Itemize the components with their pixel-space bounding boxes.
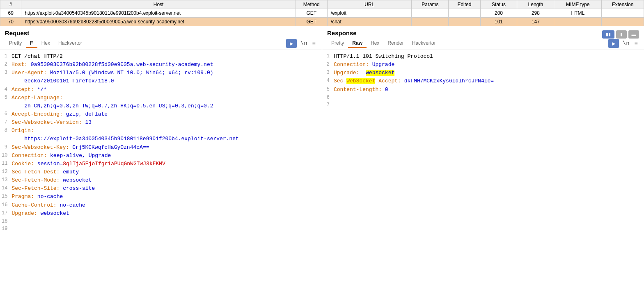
response-title: Response — [327, 30, 357, 36]
menu-icon-res[interactable]: ≡ — [633, 40, 639, 47]
request-tabs: Pretty F Hex Hackvertor — [5, 39, 86, 48]
code-line: 4Accept: */* — [2, 86, 320, 94]
code-line: 7 — [324, 101, 642, 109]
table-cell: GET — [296, 18, 327, 26]
col-header-method: Method — [296, 0, 327, 9]
table-cell: GET — [296, 9, 327, 18]
tab-pretty-req[interactable]: Pretty — [5, 39, 26, 48]
col-header-status: Status — [480, 0, 517, 9]
col-header-params: Params — [412, 0, 449, 9]
table-cell — [449, 9, 480, 18]
menu-icon[interactable]: ≡ — [311, 40, 317, 47]
code-line: 11Cookie: session=8qlTja5EjoIfgriaPUqGnW… — [2, 160, 320, 168]
code-line: 6 — [324, 94, 642, 102]
layout-btn-1[interactable]: ▮▮ — [602, 30, 614, 39]
code-line: 3Upgrade: websocket — [324, 69, 642, 77]
newline-icon-res[interactable]: \n — [621, 40, 631, 47]
code-line: 9Sec-Websocket-Key: Grj5KCKwqfoHaGyOzn44… — [2, 143, 320, 152]
table-row[interactable]: 69https://exploit-0a3400540345b90180118e… — [0, 9, 644, 18]
tab-hex-req[interactable]: Hex — [37, 39, 54, 48]
table-cell — [412, 18, 449, 26]
col-header-length: Length — [517, 0, 554, 9]
col-header-url: URL — [327, 0, 412, 9]
code-line: 8Origin: — [2, 127, 320, 135]
table-cell: 147 — [517, 18, 554, 26]
request-panel-header: Request Pretty F Hex Hackvertor ▶ \n ≡ — [0, 26, 322, 50]
tab-f-req[interactable]: F — [26, 39, 37, 48]
code-line: 12Sec-Fetch-Dest: empty — [2, 168, 320, 176]
tab-hackvertor-res[interactable]: Hackvertor — [408, 39, 440, 48]
table-cell: HTML — [554, 9, 602, 18]
code-line: 13Sec-Fetch-Mode: websocket — [2, 176, 320, 184]
table-cell — [412, 9, 449, 18]
code-line: 15Pragma: no-cache — [2, 193, 320, 201]
request-panel: Request Pretty F Hex Hackvertor ▶ \n ≡ 1… — [0, 26, 322, 294]
code-line: 4Sec-WebSocket-Accept: dkFMH7MCKzxKys6ld… — [324, 77, 642, 85]
layout-btn-3[interactable]: ▬ — [628, 30, 639, 39]
table-cell — [602, 18, 644, 26]
tab-raw-res[interactable]: Raw — [348, 39, 367, 48]
table-cell: 70 — [0, 18, 21, 26]
code-line: 1HTTP/1.1 101 Switching Protocol — [324, 52, 642, 61]
code-line: 2Connection: Upgrade — [324, 61, 642, 69]
code-line: 2Host: 0a9500030376b92b80228f5d00e9005a.… — [2, 61, 320, 69]
code-line: 3User-Agent: Mozilla/5.0 (Windows NT 10.… — [2, 69, 320, 77]
response-tabs: Pretty Raw Hex Render Hackvertor — [327, 39, 440, 48]
table-cell: /chat — [327, 18, 412, 26]
code-line: 14Sec-Fetch-Site: cross-site — [2, 184, 320, 193]
table-cell: /exploit — [327, 9, 412, 18]
code-line: Gecko/20100101 Firefox/118.0 — [2, 77, 320, 85]
table-cell: 69 — [0, 9, 21, 18]
tab-hackvertor-req[interactable]: Hackvertor — [54, 39, 86, 48]
table-cell — [554, 18, 602, 26]
tab-render-res[interactable]: Render — [383, 39, 408, 48]
col-header-edited: Edited — [449, 0, 480, 9]
table-cell: 101 — [480, 18, 517, 26]
code-line: 5Accept-Language: — [2, 94, 320, 102]
response-panel-header: Response ▮▮ ▮ ▬ Pretty Raw Hex Render Ha… — [322, 26, 644, 50]
table-cell: https://0a9500030376b92b80228f5d00e9005a… — [21, 18, 296, 26]
code-line: zh-CN,zh;q=0.8,zh-TW;q=0.7,zh-HK;q=0.5,e… — [2, 102, 320, 110]
col-header-host: Host — [21, 0, 296, 9]
response-panel: Response ▮▮ ▮ ▬ Pretty Raw Hex Render Ha… — [322, 26, 644, 294]
newline-icon[interactable]: \n — [299, 40, 309, 47]
code-line: 1GET /chat HTTP/2 — [2, 52, 320, 61]
request-body: 1GET /chat HTTP/22Host: 0a9500030376b92b… — [0, 50, 322, 294]
code-line: 19 — [2, 225, 320, 233]
http-table: # Host Method URL Params Edited Status L… — [0, 0, 644, 26]
send-icon-btn-res[interactable]: ▶ — [608, 39, 619, 48]
table-row[interactable]: 70https://0a9500030376b92b80228f5d00e900… — [0, 18, 644, 26]
table-cell — [602, 9, 644, 18]
code-line: 5Content-Length: 0 — [324, 86, 642, 94]
layout-btn-2[interactable]: ▮ — [616, 30, 627, 39]
col-header-num: # — [0, 0, 21, 9]
code-line: 7Sec-Websocket-Version: 13 — [2, 118, 320, 127]
code-line: 6Accept-Encoding: gzip, deflate — [2, 110, 320, 118]
table-cell: https://exploit-0a3400540345b90180118e99… — [21, 9, 296, 18]
tab-pretty-res[interactable]: Pretty — [327, 39, 348, 48]
code-line: 17Upgrade: websocket — [2, 209, 320, 218]
col-header-mime: MIME type — [554, 0, 602, 9]
request-title: Request — [5, 30, 317, 36]
table-cell: 200 — [480, 9, 517, 18]
col-header-extension: Extension — [602, 0, 644, 9]
table-cell — [449, 18, 480, 26]
table-cell: 298 — [517, 9, 554, 18]
code-line: 18 — [2, 218, 320, 225]
tab-hex-res[interactable]: Hex — [367, 39, 383, 48]
code-line: 10Connection: keep-alive, Upgrade — [2, 152, 320, 160]
code-line: https://exploit-0a3400540345b90180118e99… — [2, 135, 320, 143]
send-icon-btn[interactable]: ▶ — [286, 39, 297, 48]
response-body: 1HTTP/1.1 101 Switching Protocol2Connect… — [322, 50, 644, 294]
code-line: 16Cache-Control: no-cache — [2, 201, 320, 209]
